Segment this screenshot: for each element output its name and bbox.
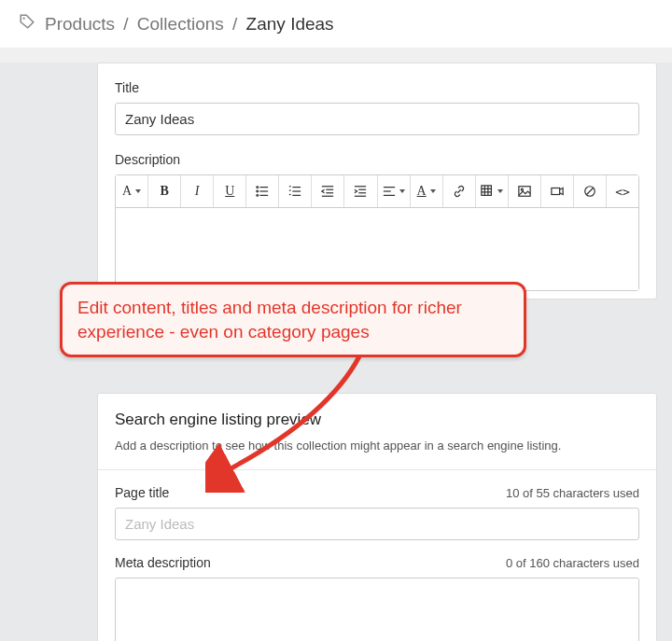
text-color-dropdown[interactable]: A (411, 175, 443, 207)
code-view-button[interactable]: <> (607, 175, 638, 207)
page-title-char-count: 10 of 55 characters used (506, 486, 639, 500)
meta-description-label: Meta description (115, 555, 211, 570)
svg-point-0 (23, 18, 25, 20)
seo-heading: Search engine listing preview (115, 411, 639, 429)
align-dropdown[interactable] (378, 175, 411, 207)
bullet-list-button[interactable] (246, 175, 279, 207)
outdent-button[interactable] (312, 175, 344, 207)
seo-card: Search engine listing preview Add a desc… (97, 393, 657, 641)
breadcrumb-collections[interactable]: Collections (137, 14, 224, 35)
breadcrumb-bar: Products / Collections / Zany Ideas (0, 0, 672, 48)
table-dropdown[interactable] (476, 175, 509, 207)
rich-text-editor: A B I U A (115, 174, 639, 291)
svg-point-30 (521, 188, 523, 190)
image-button[interactable] (509, 175, 541, 207)
meta-description-char-count: 0 of 160 characters used (506, 556, 639, 570)
breadcrumb-sep: / (119, 14, 133, 35)
page-title-input[interactable] (115, 508, 639, 540)
bold-button[interactable]: B (148, 175, 181, 207)
title-label: Title (115, 80, 639, 95)
meta-description-input[interactable] (115, 578, 639, 641)
link-button[interactable] (443, 175, 476, 207)
underline-button[interactable]: U (214, 175, 246, 207)
breadcrumb-sep: / (228, 14, 243, 35)
svg-rect-24 (482, 186, 492, 196)
italic-button[interactable]: I (181, 175, 214, 207)
seo-subtext: Add a description to see how this collec… (115, 439, 639, 453)
editor-body[interactable] (116, 208, 638, 290)
tag-icon (19, 13, 35, 35)
annotation-callout: Edit content, titles and meta descriptio… (60, 282, 526, 357)
indent-button[interactable] (344, 175, 377, 207)
divider (98, 469, 656, 470)
font-family-dropdown[interactable]: A (116, 175, 148, 207)
page-title-label: Page title (115, 485, 169, 500)
svg-point-1 (257, 187, 259, 188)
title-input[interactable] (115, 103, 639, 135)
description-label: Description (115, 152, 639, 167)
breadcrumb-current: Zany Ideas (246, 14, 334, 35)
svg-rect-31 (552, 188, 560, 195)
numbered-list-button[interactable] (279, 175, 312, 207)
svg-point-5 (257, 195, 259, 197)
edit-card: Title Description A B I U (97, 63, 657, 300)
breadcrumb-products[interactable]: Products (45, 14, 115, 35)
clear-format-button[interactable] (574, 175, 607, 207)
video-button[interactable] (541, 175, 574, 207)
editor-toolbar: A B I U A (116, 175, 638, 208)
svg-line-33 (586, 188, 593, 195)
svg-point-3 (257, 190, 259, 192)
